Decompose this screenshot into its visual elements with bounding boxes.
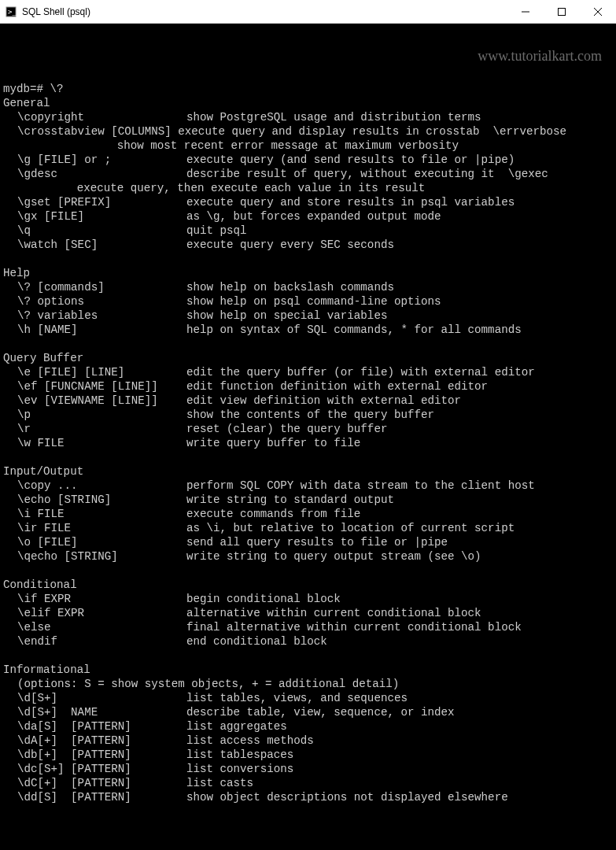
help-desc: list tables, views, and sequences bbox=[186, 692, 408, 704]
help-desc: list aggregates bbox=[186, 720, 287, 733]
help-continuation: execute query, then execute each value i… bbox=[3, 181, 613, 195]
help-cmd: \db[+] [PATTERN] bbox=[17, 748, 186, 762]
help-desc: reset (clear) the query buffer bbox=[186, 423, 387, 435]
help-cmd: \w FILE bbox=[17, 436, 186, 450]
help-desc: perform SQL COPY with data stream to the… bbox=[186, 479, 535, 492]
help-cmd: \if EXPR bbox=[17, 592, 186, 606]
help-desc: alternative within current conditional b… bbox=[186, 607, 481, 619]
help-row: \elsefinal alternative within current co… bbox=[3, 620, 613, 634]
help-cmd: \dc[S+] [PATTERN] bbox=[17, 762, 186, 776]
help-row: \gx [FILE]as \g, but forces expanded out… bbox=[3, 209, 613, 224]
help-cmd: \e [FILE] [LINE] bbox=[17, 365, 186, 379]
help-desc: write string to query output stream (see… bbox=[186, 550, 481, 563]
help-cmd: \watch [SEC] bbox=[17, 238, 186, 252]
section-note: (options: S = show system objects, + = a… bbox=[3, 677, 613, 691]
svg-text:>_: >_ bbox=[8, 8, 17, 16]
help-desc: execute query every SEC seconds bbox=[186, 238, 394, 251]
help-row: \dd[S] [PATTERN]show object descriptions… bbox=[3, 790, 613, 804]
help-row: \ir FILEas \i, but relative to location … bbox=[3, 521, 613, 535]
help-cmd: \d[S+] bbox=[17, 691, 186, 705]
help-row: \copy ...perform SQL COPY with data stre… bbox=[3, 479, 613, 493]
help-desc: help on syntax of SQL commands, * for al… bbox=[186, 323, 522, 336]
help-row: \d[S+]list tables, views, and sequences bbox=[3, 691, 613, 705]
help-row: \? variablesshow help on special variabl… bbox=[3, 309, 613, 323]
help-desc: begin conditional block bbox=[186, 593, 341, 605]
help-desc: as \i, but relative to location of curre… bbox=[186, 522, 515, 534]
help-cmd: \else bbox=[17, 620, 186, 634]
app-icon: >_ bbox=[5, 6, 17, 18]
help-desc: show help on psql command-line options bbox=[186, 295, 441, 308]
help-desc: write query buffer to file bbox=[186, 437, 360, 449]
maximize-button[interactable] bbox=[544, 0, 580, 24]
help-row: \ef [FUNCNAME [LINE]]edit function defin… bbox=[3, 379, 613, 394]
help-cmd: \q bbox=[17, 224, 186, 238]
help-row: \rreset (clear) the query buffer bbox=[3, 422, 613, 436]
section-title: Help bbox=[3, 266, 613, 280]
help-cmd: \o [FILE] bbox=[17, 535, 186, 549]
help-desc: show PostgreSQL usage and distribution t… bbox=[186, 111, 481, 124]
svg-rect-3 bbox=[559, 8, 566, 15]
section-title: Query Buffer bbox=[3, 351, 613, 365]
help-cmd: \copy ... bbox=[17, 479, 186, 493]
help-desc: final alternative within current conditi… bbox=[186, 621, 522, 634]
help-row: \dA[+] [PATTERN]list access methods bbox=[3, 734, 613, 748]
help-cmd: \d[S+] NAME bbox=[17, 705, 186, 719]
help-row: \? [commands]show help on backslash comm… bbox=[3, 280, 613, 294]
help-cmd: \dd[S] [PATTERN] bbox=[17, 790, 186, 804]
help-desc: as \g, but forces expanded output mode bbox=[186, 210, 441, 223]
help-row: \h [NAME]help on syntax of SQL commands,… bbox=[3, 323, 613, 337]
help-row: \w FILEwrite query buffer to file bbox=[3, 436, 613, 450]
prompt-line: mydb=# \? bbox=[3, 82, 613, 96]
close-button[interactable] bbox=[580, 0, 616, 24]
terminal-area[interactable]: www.tutorialkart.com mydb=# \?General\co… bbox=[0, 24, 616, 850]
help-desc: execute commands from file bbox=[186, 508, 360, 520]
help-row: \endifend conditional block bbox=[3, 634, 613, 649]
help-cmd: \gx [FILE] bbox=[17, 209, 186, 224]
help-cmd: \? [commands] bbox=[17, 280, 186, 294]
help-desc: execute query and store results in psql … bbox=[186, 196, 515, 209]
help-cmd: \gset [PREFIX] bbox=[17, 195, 186, 209]
help-row: \i FILEexecute commands from file bbox=[3, 507, 613, 521]
help-row: \elif EXPRalternative within current con… bbox=[3, 606, 613, 620]
help-desc: describe table, view, sequence, or index bbox=[186, 706, 455, 719]
help-cmd: \ev [VIEWNAME [LINE]] bbox=[17, 394, 186, 408]
help-desc: edit function definition with external e… bbox=[186, 380, 488, 393]
help-cmd: \h [NAME] bbox=[17, 323, 186, 337]
help-cmd: \r bbox=[17, 422, 186, 436]
help-row: \watch [SEC]execute query every SEC seco… bbox=[3, 238, 613, 252]
help-cmd: \gdesc bbox=[17, 167, 186, 181]
help-desc: send all query results to file or |pipe bbox=[186, 536, 448, 549]
help-row: \qecho [STRING]write string to query out… bbox=[3, 549, 613, 564]
help-cmd: \? options bbox=[17, 294, 186, 309]
help-desc: end conditional block bbox=[186, 635, 327, 648]
help-row: \if EXPRbegin conditional block bbox=[3, 592, 613, 606]
help-cmd: \p bbox=[17, 408, 186, 422]
minimize-button[interactable] bbox=[507, 0, 544, 24]
help-row: \dC[+] [PATTERN]list casts bbox=[3, 776, 613, 790]
help-row: \db[+] [PATTERN]list tablespaces bbox=[3, 748, 613, 762]
help-cmd: \da[S] [PATTERN] bbox=[17, 719, 186, 734]
watermark-text: www.tutorialkart.com bbox=[478, 49, 602, 63]
help-desc: list access methods bbox=[186, 734, 314, 747]
help-row: \e [FILE] [LINE]edit the query buffer (o… bbox=[3, 365, 613, 379]
help-desc: execute query (and send results to file … bbox=[186, 153, 515, 166]
help-desc: list conversions bbox=[186, 763, 293, 775]
terminal-output: mydb=# \?General\copyrightshow PostgreSQ… bbox=[3, 68, 613, 804]
help-desc: show object descriptions not displayed e… bbox=[186, 791, 508, 804]
help-cmd: \echo [STRING] bbox=[17, 493, 186, 507]
help-row: \copyrightshow PostgreSQL usage and dist… bbox=[3, 110, 613, 124]
help-cmd: \? variables bbox=[17, 309, 186, 323]
help-cmd: \i FILE bbox=[17, 507, 186, 521]
help-cmd: \endif bbox=[17, 634, 186, 649]
section-title: Conditional bbox=[3, 578, 613, 592]
help-desc: show the contents of the query buffer bbox=[186, 408, 434, 421]
window-title: SQL Shell (psql) bbox=[22, 6, 507, 17]
help-row: \gset [PREFIX]execute query and store re… bbox=[3, 195, 613, 209]
help-desc: show help on special variables bbox=[186, 309, 387, 322]
help-row: \crosstabview [COLUMNS] execute query an… bbox=[3, 124, 613, 139]
help-desc: describe result of query, without execut… bbox=[186, 168, 548, 180]
help-desc: edit view definition with external edito… bbox=[186, 394, 461, 407]
help-desc: write string to standard output bbox=[186, 493, 394, 506]
section-title: General bbox=[3, 96, 613, 110]
help-cmd: \g [FILE] or ; bbox=[17, 153, 186, 167]
